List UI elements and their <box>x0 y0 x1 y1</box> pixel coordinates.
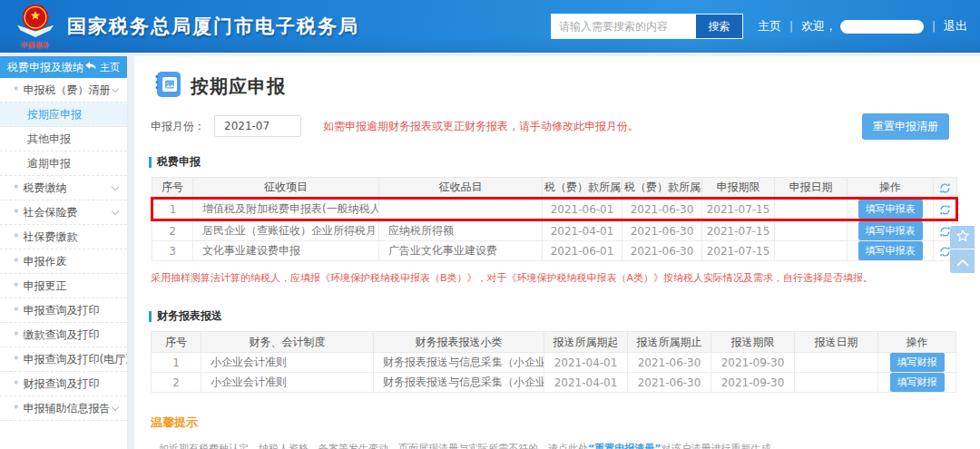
fill-form-button[interactable]: 填写财报 <box>890 373 945 392</box>
sidebar-item-3[interactable]: *社会保险费 <box>0 200 127 225</box>
bullet: * <box>14 305 19 317</box>
cell <box>379 199 543 220</box>
sidebar-item-label: 申报税（费）清册 <box>24 83 111 98</box>
sidebar-subitem-1-3[interactable]: 逾期申报 <box>0 151 127 176</box>
table-row: 1小企业会计准则财务报表报送与信息采集（小企业会计准则）2021-04-0120… <box>152 353 956 373</box>
column-header: 操作 <box>878 332 956 353</box>
sidebar-item-10[interactable]: *财报查询及打印 <box>0 372 127 396</box>
sidebar-item-label: 申报查询及打印 <box>24 303 100 318</box>
sidebar-home-label: 主页 <box>100 61 120 74</box>
chevron-down-icon <box>112 182 119 190</box>
sidebar-item-label: 申报作废 <box>24 254 67 269</box>
sidebar-subitem-label: 按期应申报 <box>27 107 82 122</box>
bullet: * <box>14 403 19 415</box>
cell: 2021-06-30 <box>622 220 702 241</box>
cell: 财务报表报送与信息采集（小企业会计准则） <box>374 373 544 393</box>
cell: 文化事业建设费申报 <box>193 241 379 261</box>
search-box: 搜索 <box>551 14 743 39</box>
search-input[interactable] <box>552 15 695 38</box>
filing-month-hint: 如需申报逾期财务报表或更正财务报表，请手动修改此申报月份。 <box>323 119 639 134</box>
sidebar-subitem-1-2[interactable]: 其他申报 <box>0 127 127 151</box>
refresh-row-icon[interactable] <box>934 199 957 220</box>
cell: 2021-04-01 <box>544 373 628 393</box>
reset-filing-list-button[interactable]: 重置申报清册 <box>862 113 949 140</box>
sidebar-item-5[interactable]: *申报作废 <box>0 249 127 274</box>
column-header: 申报日期 <box>775 178 848 199</box>
table-row: 1增值税及附加税费申报表(一般纳税人适用)2021-06-012021-06-3… <box>152 199 957 220</box>
sidebar-item-label: 社会保险费 <box>24 205 78 220</box>
filing-month-input[interactable] <box>214 115 301 137</box>
filing-month-label: 申报月份： <box>151 119 205 134</box>
bullet: * <box>14 329 19 341</box>
favorite-button[interactable] <box>950 226 975 249</box>
app-header: 中国税务 国家税务总局厦门市电子税务局 搜索 主页 | 欢迎， | 退出 <box>0 0 980 53</box>
bullet: * <box>14 84 19 96</box>
cell: 2021-06-30 <box>622 241 702 261</box>
cell: 2021-04-01 <box>543 220 622 241</box>
sidebar-item-11[interactable]: *申报辅助信息报告 <box>0 396 127 421</box>
table-header-row: 序号征收项目征收品目税（费）款所属期起税（费）款所属期止申报期限申报日期操作 <box>152 178 957 199</box>
sidebar-item-2[interactable]: *税费缴纳 <box>0 176 127 200</box>
fill-form-button[interactable]: 填写申报表 <box>858 221 923 240</box>
sidebar-item-6[interactable]: *申报更正 <box>0 274 127 298</box>
column-header: 报送期限 <box>711 332 795 353</box>
column-header: 征收品目 <box>379 178 543 199</box>
fill-form-button[interactable]: 填写申报表 <box>858 241 923 260</box>
sidebar-item-7[interactable]: *申报查询及打印 <box>0 298 127 323</box>
cell: 2021-07-15 <box>702 199 775 220</box>
column-header: 序号 <box>152 178 193 199</box>
column-header: 报送所属期起 <box>544 332 628 353</box>
reset-filing-list-link[interactable]: “重置申报清册” <box>588 443 661 449</box>
bullet: * <box>14 182 19 194</box>
logo: 中国税务 <box>13 3 58 50</box>
sidebar-subitem-1-1[interactable]: 按期应申报 <box>0 102 127 127</box>
cell: 1 <box>152 353 201 373</box>
tax-filing-table: 序号征收项目征收品目税（费）款所属期起税（费）款所属期止申报期限申报日期操作1增… <box>151 177 958 261</box>
sidebar-header: 税费申报及缴纳 主页 <box>0 56 127 78</box>
home-link[interactable]: 主页 <box>758 18 781 34</box>
cell: 2021-06-01 <box>543 199 622 220</box>
cell <box>795 373 878 393</box>
cell: 3 <box>152 241 193 261</box>
cell: 居民企业（查账征收）企业所得税月（季）度申报 <box>193 220 379 241</box>
action-cell: 填写财报 <box>878 373 956 393</box>
environment-tax-note: 采用抽样测算法计算的纳税人，应填报《环境保护税纳税申报表（B类）》，对于《环境保… <box>151 271 949 285</box>
action-cell: 填写申报表 <box>848 199 934 220</box>
sidebar-item-label: 申报辅助信息报告 <box>24 401 111 416</box>
sidebar-menu: *申报税（费）清册按期应申报其他申报逾期申报*税费缴纳*社会保险费*社保费缴款*… <box>0 78 127 421</box>
bullet: * <box>14 354 19 366</box>
column-header: 报送日期 <box>795 332 878 353</box>
sidebar-item-4[interactable]: *社保费缴款 <box>0 225 127 249</box>
cell: 2021-07-15 <box>702 220 775 241</box>
financial-report-table: 序号财务、会计制度财务报表报送小类报送所属期起报送所属期止报送期限报送日期操作1… <box>151 331 956 393</box>
notebook-icon <box>154 71 181 102</box>
sidebar-item-1[interactable]: *申报税（费）清册 <box>0 78 127 102</box>
sidebar-item-label: 申报更正 <box>24 278 67 294</box>
page-title-row: 按期应申报 <box>154 71 949 102</box>
tax-filing-section-title: 税费申报 <box>149 154 949 170</box>
search-button[interactable]: 搜索 <box>695 15 742 38</box>
bullet: * <box>14 231 19 243</box>
action-cell: 填写申报表 <box>848 241 934 261</box>
sidebar-item-9[interactable]: *申报查询及打印(电厅) <box>0 347 127 372</box>
welcome-text: 欢迎， <box>801 18 924 34</box>
fill-form-button[interactable]: 填写财报 <box>890 353 945 372</box>
back-to-top-button[interactable] <box>950 249 975 273</box>
tips-line-1: 如近期有税费种认定、纳税人资格、备案等发生变动，页面展现清册与实际所需不符的，请… <box>159 442 949 449</box>
refresh-all-icon[interactable] <box>934 178 957 199</box>
fill-form-button[interactable]: 填写申报表 <box>858 200 923 219</box>
cell: 财务报表报送与信息采集（小企业会计准则） <box>374 353 544 373</box>
cell <box>775 199 848 220</box>
main-content: 按期应申报 申报月份： 如需申报逾期财务报表或更正财务报表，请手动修改此申报月份… <box>134 56 980 449</box>
sidebar-item-8[interactable]: *缴款查询及打印 <box>0 323 127 347</box>
app-title: 国家税务总局厦门市电子税务局 <box>67 14 359 39</box>
cell: 2021-07-15 <box>702 241 775 261</box>
logout-link[interactable]: 退出 <box>944 18 967 34</box>
cell: 应纳税所得额 <box>379 220 543 241</box>
action-cell: 填写财报 <box>878 353 956 373</box>
welcome-prefix: 欢迎， <box>801 18 837 34</box>
float-widget <box>950 226 975 273</box>
sidebar-home-link[interactable]: 主页 <box>85 61 120 74</box>
sidebar-item-label: 财报查询及打印 <box>24 376 100 392</box>
sidebar-subitem-label: 其他申报 <box>27 132 71 147</box>
